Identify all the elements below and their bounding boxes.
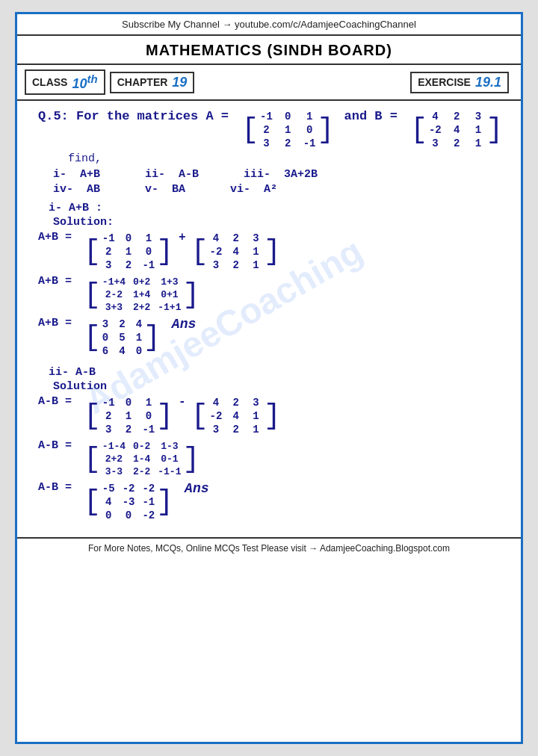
section-ii-title: ii- A-B	[49, 366, 507, 379]
section-i: i- A+B : Solution: A+B = [ -101 210 32-1…	[31, 202, 507, 359]
matrix-A-display: [ -101 210 32-1 ]	[241, 111, 334, 149]
exercise-label: EXERCISE	[418, 76, 471, 88]
exercise-box: EXERCISE 19.1	[410, 72, 509, 93]
ans-i: Ans	[172, 317, 196, 332]
chapter-box: CHAPTER 19	[110, 72, 195, 93]
matrix-B-display: [ 423 -241 321 ]	[410, 111, 503, 149]
ans-ii: Ans	[185, 481, 208, 496]
aminusb-matB: [ 423 -241 321 ]	[191, 397, 281, 436]
chapter-value: 19	[172, 75, 187, 90]
matrix-B-content: 423 -241 321	[429, 111, 484, 149]
solution-ii-label: Solution	[53, 380, 507, 393]
aminusb-matA: [ -101 210 32-1 ]	[84, 397, 173, 436]
class-value: 10th	[72, 72, 97, 92]
bottom-banner: For More Notes, MCQs, Online MCQs Test P…	[17, 537, 521, 558]
exercise-value: 19.1	[475, 75, 501, 90]
aplusb-step1: A+B = [ -1+40+21+3 2-21+40+1 3+32+2-1+1 …	[38, 275, 507, 315]
aminusb-result: A-B = [ -5-2-2 4-3-1 00-2 ] Ans	[38, 481, 507, 523]
aminusb-equation: A-B = [ -101 210 32-1 ] - [ 423 -241	[38, 395, 507, 437]
meta-row: CLASS 10th CHAPTER 19 EXERCISE 19.1	[17, 65, 521, 101]
content-area: Q.5: For the matrices A = [ -101 210 32-…	[17, 101, 521, 531]
and-text: and B =	[336, 109, 405, 123]
class-box: CLASS 10th	[25, 69, 105, 95]
top-banner: Subscribe My Channel → youtube.com/c/Ada…	[17, 14, 521, 36]
aplusb-matA: [ -101 210 32-1 ]	[84, 232, 173, 271]
page: AdamjeeCoaching Subscribe My Channel → y…	[15, 12, 523, 744]
question-text: Q.5: For the matrices A =	[38, 109, 236, 123]
section-i-title: i- A+B :	[49, 202, 507, 214]
find-row: find,	[68, 152, 507, 165]
matrix-A-content: -101 210 32-1	[260, 111, 315, 149]
parts-row-2: iv- AB v- BA vi- A²	[53, 183, 507, 196]
banner-top-text: Subscribe My Channel → youtube.com/c/Ada…	[122, 19, 416, 30]
aminusb-result-mat: [ -5-2-2 4-3-1 00-2 ]	[84, 483, 173, 521]
section-ii: ii- A-B Solution A-B = [ -101 210 32-1 ]…	[31, 366, 507, 523]
aplusb-result: A+B = [ 324 051 640 ] Ans	[38, 317, 507, 359]
aminusb-step1: A-B = [ -1-40-21-3 2+21-40-1 3-32-2-1-1 …	[38, 439, 507, 479]
aplusb-step1-mat: [ -1+40+21+3 2-21+40+1 3+32+2-1+1 ]	[84, 276, 200, 313]
class-label: CLASS	[32, 76, 67, 88]
banner-bottom-text: For More Notes, MCQs, Online MCQs Test P…	[88, 543, 450, 554]
parts-row-1: i- A+B ii- A-B iii- 3A+2B	[53, 168, 507, 181]
question-line: Q.5: For the matrices A = [ -101 210 32-…	[38, 109, 507, 151]
aminusb-step1-mat: [ -1-40-21-3 2+21-40-1 3-32-2-1-1 ]	[84, 441, 200, 477]
aplusb-equation: A+B = [ -101 210 32-1 ] + [ 423 -241	[38, 231, 507, 273]
aplusb-result-mat: [ 324 051 640 ]	[84, 318, 161, 357]
chapter-label: CHAPTER	[117, 76, 168, 88]
aplusb-matB: [ 423 -241 321 ]	[191, 232, 281, 271]
page-title: MATHEMATICS (SINDH BOARD)	[17, 36, 521, 65]
solution-i-label: Solution:	[53, 216, 507, 229]
